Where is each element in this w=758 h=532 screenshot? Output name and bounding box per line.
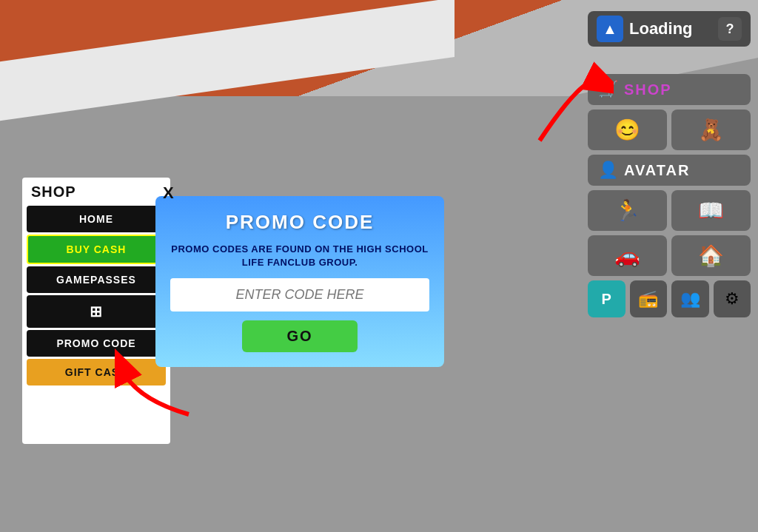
icon-row-1: 😊 🧸: [588, 110, 751, 150]
promo-title: PROMO CODE: [226, 211, 375, 234]
gear-button[interactable]: ⚙: [714, 280, 751, 317]
emoji-icon: 😊: [614, 118, 640, 142]
go-button[interactable]: GO: [242, 320, 357, 352]
close-button[interactable]: X: [163, 183, 174, 203]
house-icon: 🏠: [698, 243, 724, 268]
loading-label: Loading: [629, 19, 712, 38]
cart-icon: 🛒: [598, 80, 618, 99]
car-icon: 🚗: [614, 243, 640, 268]
loading-icon: ▲: [597, 16, 623, 42]
right-panel: 🛒 SHOP 😊 🧸 👤 AVATAR 🏃 📖 🚗 🏠: [588, 74, 751, 317]
menu-item-promo-code[interactable]: PROMO CODE: [27, 330, 166, 357]
shop-top-button[interactable]: 🛒 SHOP: [588, 74, 751, 105]
avatar-label: AVATAR: [624, 162, 690, 179]
bear-icon: 🧸: [698, 118, 724, 142]
icon-row-4: P 📻 👥 ⚙: [588, 280, 751, 317]
icon-row-3: 🚗 🏠: [588, 235, 751, 276]
shop-panel-title: SHOP: [22, 178, 170, 203]
menu-item-gift-cash[interactable]: GIFT CASH: [27, 359, 166, 385]
avatar-button[interactable]: 👤 AVATAR: [588, 155, 751, 186]
radio-icon: 📻: [638, 289, 658, 309]
menu-item-icon[interactable]: ⊞: [27, 295, 166, 328]
icon-row-2: 🏃 📖: [588, 190, 751, 231]
gear-icon: ⚙: [725, 289, 739, 309]
shop-panel: SHOP HOME BUY CASH GAMEPASSES ⊞ PROMO CO…: [22, 178, 170, 444]
menu-item-home[interactable]: HOME: [27, 206, 166, 232]
menu-item-gamepasses[interactable]: GAMEPASSES: [27, 266, 166, 293]
promo-code-input[interactable]: [170, 278, 429, 312]
question-button[interactable]: ?: [718, 17, 742, 41]
book-button[interactable]: 📖: [671, 190, 751, 231]
promo-dialog: PROMO CODE PROMO CODES ARE FOUND ON THE …: [155, 196, 444, 367]
car-button[interactable]: 🚗: [588, 235, 667, 276]
book-icon: 📖: [698, 198, 724, 223]
bear-button[interactable]: 🧸: [671, 110, 751, 150]
menu-item-buy-cash[interactable]: BUY CASH: [27, 235, 166, 264]
avatar-icon: 👤: [598, 161, 618, 180]
p-icon: P: [602, 291, 611, 308]
promo-description: PROMO CODES ARE FOUND ON THE HIGH SCHOOL…: [170, 243, 429, 269]
people-button[interactable]: 👥: [671, 280, 709, 317]
p-button[interactable]: P: [588, 280, 625, 317]
emoji-button[interactable]: 😊: [588, 110, 667, 150]
radio-button[interactable]: 📻: [630, 280, 668, 317]
loading-bar: ▲ Loading ?: [588, 11, 751, 47]
house-button[interactable]: 🏠: [671, 235, 751, 276]
shop-top-label: SHOP: [624, 81, 672, 98]
run-icon: 🏃: [614, 198, 640, 223]
run-button[interactable]: 🏃: [588, 190, 667, 231]
people-icon: 👥: [680, 289, 700, 309]
